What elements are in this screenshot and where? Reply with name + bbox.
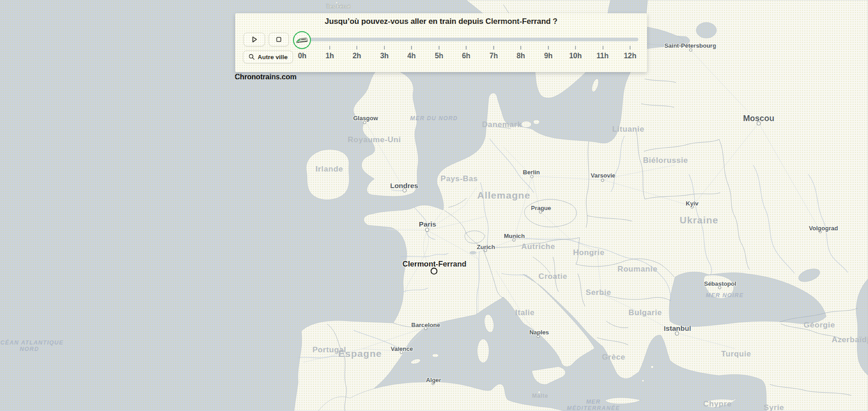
city-label-zurich: Zurich xyxy=(477,244,495,250)
search-icon xyxy=(248,54,255,60)
timeline-label-5h: 5h xyxy=(435,52,444,60)
timeline-label-9h: 9h xyxy=(544,52,553,60)
city-label-glasgow: Glasgow xyxy=(353,115,378,122)
time-slider-track[interactable] xyxy=(302,38,638,41)
country-label-iles-feroe: Îles Féroé xyxy=(327,4,350,9)
sea-label-mer-mediterranee-line1: MER xyxy=(567,399,620,405)
timeline-label-6h: 6h xyxy=(462,52,471,60)
city-marker-glasgow xyxy=(363,121,366,124)
country-label-irlande: Irlande xyxy=(316,165,343,174)
timeline-label-11h: 11h xyxy=(597,52,609,60)
land-danish-isles-2 xyxy=(533,120,540,124)
timeline-tick xyxy=(329,46,330,50)
train-icon xyxy=(295,35,309,44)
timeline-tick xyxy=(466,46,467,50)
timeline-label-12h: 12h xyxy=(624,52,637,60)
country-label-malte: Malte xyxy=(532,393,548,399)
control-panel: Jusqu’où pouvez-vous aller en train depu… xyxy=(235,13,647,72)
timeline-label-0h: 0h xyxy=(298,52,307,60)
land-balearics-2 xyxy=(432,354,439,357)
site-watermark: Chronotrains.com xyxy=(235,73,297,81)
city-label-kyiv: Kyiv xyxy=(686,200,698,207)
city-label-saint-petersbourg: Saint-Pétersbourg xyxy=(665,42,716,49)
timeline-tick xyxy=(384,46,385,50)
land-aegean-isle xyxy=(642,380,644,382)
city-label-berlin: Berlin xyxy=(523,169,540,176)
country-label-chypre: Chypre xyxy=(703,400,732,409)
land-danish-isles xyxy=(521,121,531,128)
country-label-portugal: Portugal xyxy=(312,345,346,355)
other-city-label: Autre ville xyxy=(258,54,287,61)
city-label-moscou: Moscou xyxy=(743,114,774,123)
timeline-label-10h: 10h xyxy=(569,52,582,60)
city-marker-varsovie xyxy=(601,179,604,182)
timeline-tick xyxy=(520,46,521,50)
origin-city-label: Clermont-Ferrand xyxy=(402,260,466,268)
country-label-pays-bas: Pays-Bas xyxy=(440,174,478,183)
stop-button[interactable] xyxy=(269,33,289,46)
city-label-naples: Naples xyxy=(530,329,549,336)
time-slider-handle[interactable] xyxy=(293,31,311,49)
timeline-tick xyxy=(603,46,603,50)
timeline-label-2h: 2h xyxy=(353,52,361,60)
sea-label-ocean-atlantique-line2: NORD xyxy=(0,346,63,352)
sea-label-mer-noire: MER NOIRE xyxy=(706,292,744,299)
timeline-tick xyxy=(630,46,631,50)
city-label-istanbul: Istanbul xyxy=(664,324,691,333)
timeline-label-1h: 1h xyxy=(326,52,334,60)
country-label-allemagne: Allemagne xyxy=(477,190,530,201)
city-label-valence: Valence xyxy=(391,345,413,352)
sea-label-mer-mediterranee: MER MÉDITERRANÉE xyxy=(567,399,620,411)
chronotrains-app: Clermont-Ferrand Paris Londres Moscou Is… xyxy=(0,0,868,411)
other-city-button[interactable]: Autre ville xyxy=(243,50,293,63)
city-label-alger: Alger xyxy=(426,377,441,383)
sea-label-mer-mediterranee-line2: MÉDITERRANÉE xyxy=(567,405,620,411)
timeline-tick xyxy=(493,46,494,50)
country-label-lituanie: Lituanie xyxy=(612,125,644,134)
play-icon xyxy=(251,36,258,43)
land-rhodes xyxy=(651,366,654,368)
city-label-volgograd: Volgograd xyxy=(809,225,838,232)
city-label-barcelone: Barcelone xyxy=(411,322,440,328)
lake-ladoga xyxy=(696,22,716,38)
country-label-bulgarie: Bulgarie xyxy=(629,308,662,317)
timeline-tick xyxy=(439,46,440,50)
sea-label-ocean-atlantique: OCÉAN ATLANTIQUE NORD xyxy=(0,339,63,353)
timeline-tick xyxy=(356,46,357,50)
land-ireland xyxy=(306,150,349,200)
timeline-tick xyxy=(575,46,576,50)
country-label-autriche: Autriche xyxy=(521,242,555,251)
country-label-ukraine: Ukraine xyxy=(680,215,719,226)
land-sardinia xyxy=(477,339,489,363)
city-label-prague: Prague xyxy=(531,205,551,211)
timeline-tick xyxy=(411,46,412,50)
timeline-tick xyxy=(548,46,549,50)
sea-label-mer-du-nord: MER DU NORD xyxy=(410,115,458,122)
sea-label-ocean-atlantique-line1: OCÉAN ATLANTIQUE xyxy=(0,339,63,346)
country-label-turquie: Turquie xyxy=(721,350,751,359)
city-label-varsovie: Varsovie xyxy=(591,172,615,179)
city-marker-berlin xyxy=(530,175,534,178)
country-label-croatie: Croatie xyxy=(539,272,568,281)
timeline-label-8h: 8h xyxy=(517,52,525,60)
country-label-azerbaidjan: Azerbaïdja xyxy=(832,335,868,344)
country-label-bielorussie: Biélorussie xyxy=(643,156,688,165)
city-label-londres: Londres xyxy=(390,182,418,190)
timeline-label-3h: 3h xyxy=(380,52,389,60)
country-label-italie: Italie xyxy=(515,308,535,317)
country-label-danemark: Danemark xyxy=(482,120,522,129)
city-label-munich: Munich xyxy=(504,233,525,239)
country-label-syrie: Syrie xyxy=(764,403,784,411)
country-label-serbie: Serbie xyxy=(586,288,611,297)
city-marker-saint-petersbourg xyxy=(689,49,693,52)
city-label-paris: Paris xyxy=(419,220,436,228)
play-button[interactable] xyxy=(243,33,265,46)
country-label-royaume-uni: Royaume-Uni xyxy=(348,135,401,144)
country-label-roumanie: Roumanie xyxy=(618,265,658,274)
stop-icon xyxy=(275,36,282,43)
country-label-georgie: Géorgie xyxy=(804,321,835,330)
timeline-label-7h: 7h xyxy=(490,52,498,60)
panel-title: Jusqu’où pouvez-vous aller en train depu… xyxy=(235,17,647,26)
country-label-grece: Grèce xyxy=(602,353,625,362)
origin-city-marker[interactable] xyxy=(431,268,438,275)
